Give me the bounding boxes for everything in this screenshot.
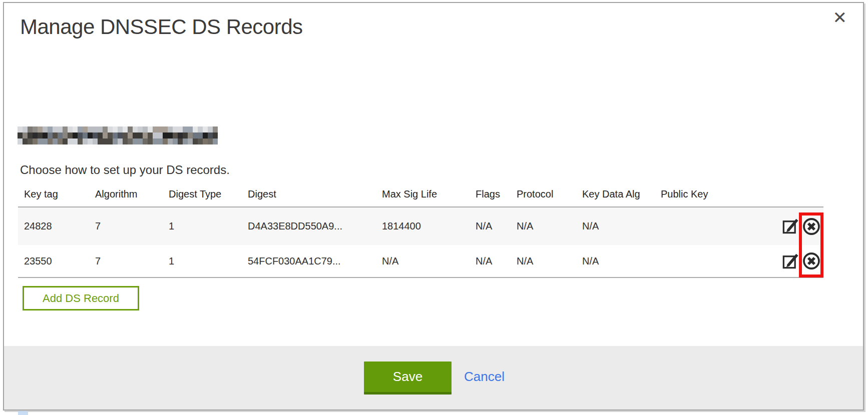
redacted-pixel [93, 126, 98, 132]
cell-key-tag: 24828 [18, 207, 89, 245]
redacted-pixel [163, 132, 168, 138]
cell-key-data-alg: N/A [576, 245, 655, 278]
redacted-pixel [208, 138, 213, 144]
redacted-pixel [133, 126, 138, 132]
cell-digest-type: 1 [163, 207, 242, 245]
redacted-pixel [138, 132, 143, 138]
redacted-pixel [168, 126, 173, 132]
redacted-pixel [193, 126, 198, 132]
redacted-pixel [58, 138, 63, 144]
table-row: 23550 7 1 54FCF030AA1C79... N/A N/A N/A … [18, 245, 823, 278]
redacted-pixel [73, 132, 78, 138]
redacted-pixel [43, 126, 48, 132]
redacted-pixel [103, 138, 108, 144]
col-key-data-alg: Key Data Alg [576, 182, 655, 207]
redacted-pixel [198, 126, 203, 132]
redacted-pixel [158, 126, 163, 132]
redacted-pixel [98, 126, 103, 132]
cell-actions [766, 207, 823, 245]
redacted-pixel [108, 138, 113, 144]
redacted-pixel [68, 126, 73, 132]
redacted-pixel [88, 138, 93, 144]
redacted-pixel [23, 132, 28, 138]
redacted-pixel [98, 138, 103, 144]
redacted-pixel [153, 132, 158, 138]
redacted-pixel [148, 126, 153, 132]
cell-flags: N/A [470, 207, 511, 245]
cell-max-sig-life: N/A [376, 245, 470, 278]
close-icon[interactable]: ✕ [833, 9, 847, 26]
redacted-pixel [173, 138, 178, 144]
redacted-pixel [108, 126, 113, 132]
add-ds-record-button[interactable]: Add DS Record [23, 286, 139, 310]
redacted-pixel [168, 138, 173, 144]
redacted-pixel [163, 126, 168, 132]
redacted-pixel [28, 126, 33, 132]
table-row: 24828 7 1 D4A33E8DD550A9... 1814400 N/A … [18, 207, 823, 245]
cell-algorithm: 7 [89, 207, 163, 245]
redacted-pixel [73, 138, 78, 144]
redacted-pixel [83, 132, 88, 138]
save-button[interactable]: Save [364, 362, 452, 394]
cell-algorithm: 7 [89, 245, 163, 278]
redacted-pixel [88, 132, 93, 138]
cell-digest: D4A33E8DD550A9... [242, 207, 376, 245]
col-algorithm: Algorithm [89, 182, 163, 207]
cell-actions [766, 245, 823, 278]
redacted-pixel [83, 138, 88, 144]
redacted-pixel [123, 138, 128, 144]
dialog-subtitle: Choose how to set up your DS records. [20, 163, 230, 177]
col-public-key: Public Key [655, 182, 766, 207]
delete-icon[interactable] [801, 216, 821, 236]
redacted-pixel [28, 132, 33, 138]
redacted-pixel [143, 126, 148, 132]
redacted-pixel [148, 138, 153, 144]
redacted-pixel [103, 126, 108, 132]
redacted-pixel [133, 138, 138, 144]
redacted-pixel [93, 132, 98, 138]
edit-icon[interactable] [781, 252, 800, 270]
redacted-pixel [188, 126, 193, 132]
redacted-pixel [123, 126, 128, 132]
redacted-pixel [33, 126, 38, 132]
redacted-pixel [178, 132, 183, 138]
cell-digest-type: 1 [163, 245, 242, 278]
redacted-pixel [18, 132, 23, 138]
redacted-pixel [73, 126, 78, 132]
redacted-pixel [178, 138, 183, 144]
cell-flags: N/A [470, 245, 511, 278]
redacted-pixel [33, 138, 38, 144]
redacted-pixel [58, 126, 63, 132]
redacted-pixel [193, 132, 198, 138]
redacted-pixel [78, 138, 83, 144]
redacted-pixel [128, 138, 133, 144]
redacted-pixel [53, 138, 58, 144]
redacted-pixel [158, 138, 163, 144]
delete-icon[interactable] [801, 251, 821, 271]
redacted-pixel [138, 138, 143, 144]
redacted-pixel [153, 126, 158, 132]
redacted-pixel [183, 132, 188, 138]
redacted-pixel [18, 126, 23, 132]
redacted-pixel [118, 126, 123, 132]
redacted-pixel [38, 126, 43, 132]
col-digest-type: Digest Type [163, 182, 242, 207]
redacted-pixel [168, 132, 173, 138]
redacted-pixel [63, 132, 68, 138]
redacted-pixel [53, 126, 58, 132]
edit-icon[interactable] [781, 217, 800, 236]
redacted-pixel [108, 132, 113, 138]
redacted-pixel [23, 126, 28, 132]
redacted-pixel [93, 138, 98, 144]
redacted-pixel [213, 126, 218, 132]
cancel-button[interactable]: Cancel [464, 362, 505, 392]
table-header-row: Key tag Algorithm Digest Type Digest Max… [18, 182, 823, 207]
cell-key-data-alg: N/A [576, 207, 655, 245]
redacted-pixel [78, 132, 83, 138]
redacted-pixel [178, 126, 183, 132]
redacted-pixel [48, 138, 53, 144]
background-page-artifact [18, 411, 28, 415]
ds-records-table: Key tag Algorithm Digest Type Digest Max… [18, 182, 823, 278]
col-protocol: Protocol [511, 182, 576, 207]
col-key-tag: Key tag [18, 182, 89, 207]
